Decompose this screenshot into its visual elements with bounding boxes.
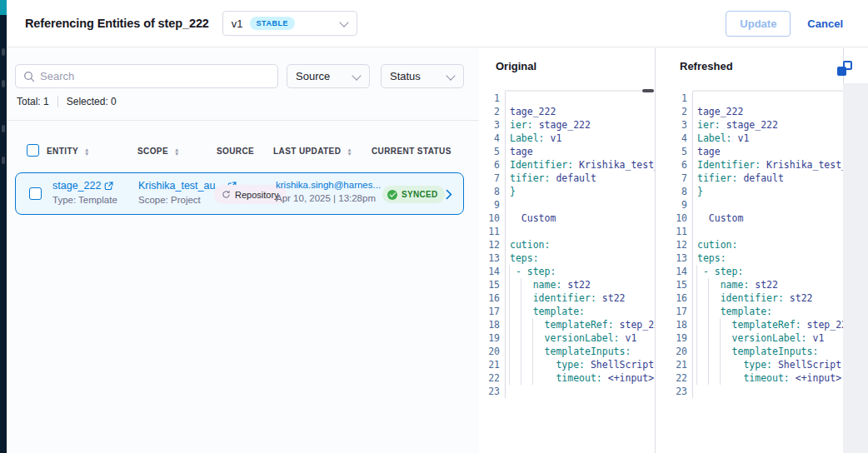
code-line-content: Identifier: Krishika_test_aut: [692, 158, 843, 172]
line-number: 15: [479, 278, 505, 291]
code-line-content: - step:: [505, 265, 655, 278]
code-line: 4Label: v1: [479, 132, 655, 145]
line-number: 17: [656, 305, 692, 318]
app-logo: [0, 0, 7, 15]
code-line-content: cution:: [505, 238, 655, 251]
code-line: 2tage_222: [656, 105, 843, 118]
referencing-entities-modal: Referencing Entities of step_222 v1 STAB…: [7, 0, 868, 453]
code-line: 23: [479, 385, 655, 398]
column-header-source: SOURCE: [217, 147, 254, 156]
column-header-scope[interactable]: SCOPE: [137, 147, 179, 156]
updated-at: Apr 10, 2025 | 13:28pm: [276, 193, 384, 203]
status-badge: SYNCED: [382, 186, 445, 203]
indent-guide: [521, 345, 521, 358]
status-filter-dropdown[interactable]: Status: [381, 64, 464, 88]
code-line-content: templateRef: step_222: [692, 318, 843, 331]
chevron-right-icon[interactable]: [443, 190, 451, 198]
table-row[interactable]: stage_222 Type: Template Krishika_test_a…: [15, 172, 464, 215]
line-number: 16: [656, 291, 692, 305]
code-line-content: name: st22: [505, 278, 655, 291]
indent-guide: [696, 318, 697, 331]
code-line-content: versionLabel: v1: [692, 331, 843, 345]
cancel-button[interactable]: Cancel: [807, 17, 843, 30]
line-number: 8: [656, 185, 692, 198]
version-dropdown[interactable]: v1 STABLE: [222, 11, 357, 36]
line-number: 12: [656, 238, 692, 251]
line-number: 11: [656, 225, 692, 238]
indent-guide: [532, 345, 533, 358]
search-input[interactable]: [40, 70, 270, 82]
code-line: 6Identifier: Krishika_test_aut: [656, 158, 843, 172]
code-line-content: type: ShellScript: [505, 358, 655, 371]
line-number: 22: [656, 371, 692, 385]
refreshed-code[interactable]: 12tage_2223ier: stage_2224Label: v15tage…: [656, 92, 843, 453]
entity-link[interactable]: stage_222: [52, 180, 101, 192]
indent-guide: [521, 358, 521, 371]
code-line: 5tage: [656, 145, 843, 158]
indent-guide: [521, 371, 521, 385]
divider: [7, 120, 479, 121]
external-link-icon[interactable]: [104, 182, 113, 191]
line-number: 14: [656, 265, 692, 278]
code-line: 7tifier: default: [479, 172, 655, 185]
line-number: 7: [656, 172, 692, 185]
indent-guide: [708, 371, 709, 385]
row-checkbox[interactable]: [29, 187, 42, 200]
last-updated-cell: krishika.singh@harnes... Apr 10, 2025 | …: [276, 180, 384, 203]
code-line-content: templateInputs:: [505, 345, 655, 358]
column-header-entity[interactable]: ENTITY: [47, 147, 89, 156]
code-line: 4Label: v1: [656, 132, 843, 145]
line-number: 19: [656, 331, 692, 345]
code-line-content: identifier: st22: [505, 291, 655, 305]
header-actions: Update Cancel: [726, 0, 843, 47]
line-number: 2: [479, 105, 505, 118]
entity-cell: stage_222 Type: Template: [52, 180, 117, 205]
line-number: 6: [479, 158, 505, 172]
line-number: 9: [479, 198, 505, 212]
code-line-content: }: [505, 185, 655, 198]
app-sidebar-strip: [0, 0, 7, 453]
code-line-content: timeout: <+input>: [692, 371, 843, 385]
indent-guide: [521, 305, 521, 318]
code-line: 20 templateInputs:: [479, 345, 655, 358]
code-line-content: [692, 92, 843, 105]
code-line: 9: [479, 198, 655, 212]
copy-button[interactable]: [837, 61, 852, 76]
update-button[interactable]: Update: [726, 11, 791, 37]
code-line-content: tage: [505, 145, 655, 158]
line-number: 20: [479, 345, 505, 358]
code-line-content: Identifier: Krishika_test_aut: [505, 158, 655, 172]
line-number: 15: [656, 278, 692, 291]
original-code[interactable]: 12tage_2223ier: stage_2224Label: v15tage…: [479, 92, 655, 453]
entities-pane: Source Status Total: 1 Selected: 0 ENTIT…: [7, 48, 479, 453]
indent-guide: [708, 331, 709, 345]
code-line: 14 - step:: [656, 265, 843, 278]
source-filter-dropdown[interactable]: Source: [287, 64, 370, 88]
indent-guide: [509, 305, 510, 318]
code-line-content: [692, 198, 843, 212]
referencing-entities-screen: Referencing Entities of step_222 v1 STAB…: [0, 0, 868, 453]
indent-guide: [720, 358, 721, 371]
code-line: 11: [479, 225, 655, 238]
status-filter-label: Status: [390, 70, 421, 82]
select-all-checkbox[interactable]: [27, 144, 39, 157]
table-header: ENTITY SCOPE SOURCE LAST UPDATED CURRENT…: [7, 142, 479, 163]
indent-guide: [521, 331, 521, 345]
code-line-content: versionLabel: v1: [505, 331, 655, 345]
indent-guide: [696, 358, 697, 371]
scope-link[interactable]: Krishika_test_au...: [138, 180, 224, 192]
line-number: 1: [479, 92, 505, 105]
column-header-last-updated[interactable]: LAST UPDATED: [273, 147, 352, 156]
indent-guide: [509, 371, 510, 385]
code-line-content: [505, 92, 655, 105]
code-line: 13teps:: [479, 251, 655, 265]
sidebar-item-partial: [2, 48, 5, 56]
code-line: 16 identifier: st22: [656, 291, 843, 305]
vertical-scrollbar-gutter[interactable]: [843, 83, 868, 453]
sort-icon: [347, 147, 352, 156]
yaml-diff-view: Original 12tage_2223ier: stage_2224Label…: [479, 48, 868, 453]
line-number: 23: [656, 385, 692, 398]
code-line-content: Label: v1: [692, 132, 843, 145]
code-line: 8}: [479, 185, 655, 198]
chevron-down-icon: [340, 19, 348, 27]
